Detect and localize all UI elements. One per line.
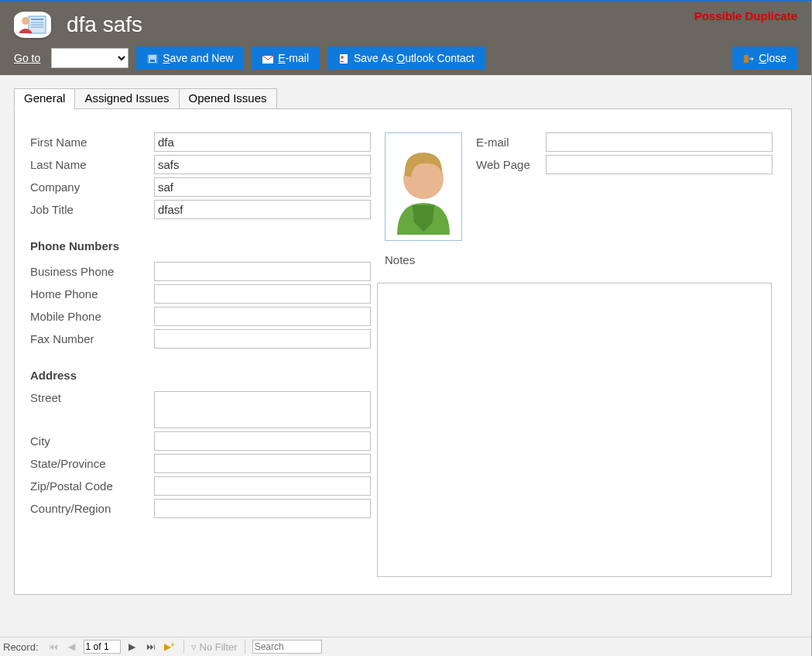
contact-card-icon <box>14 12 51 38</box>
address-section-header: Address <box>30 369 371 382</box>
duplicate-warning: Possible Duplicate <box>694 9 797 22</box>
save-as-outlook-button[interactable]: Save As Outlook Contact <box>327 46 485 70</box>
fax-field[interactable] <box>154 329 371 349</box>
label-webpage: Web Page <box>476 158 546 171</box>
label-last-name: Last Name <box>30 158 154 171</box>
door-close-icon <box>743 53 754 63</box>
state-field[interactable] <box>154 454 371 473</box>
phone-section-header: Phone Numbers <box>30 239 371 252</box>
new-record-button[interactable]: ▶* <box>163 640 176 654</box>
goto-select[interactable] <box>51 48 128 68</box>
svg-rect-12 <box>744 55 749 63</box>
tab-general[interactable]: General <box>14 88 75 109</box>
contact-photo[interactable] <box>385 132 462 241</box>
next-record-button[interactable]: ▶ <box>125 640 139 654</box>
header: dfa safs Possible Duplicate Go to Save a… <box>0 2 811 75</box>
tab-strip: General Assigned Issues Opened Issues <box>14 88 811 109</box>
label-job-title: Job Title <box>30 203 154 216</box>
label-business-phone: Business Phone <box>30 265 154 278</box>
goto-label: Go to <box>14 52 43 64</box>
record-navigator: Record: ⏮ ◀ ▶ ⏭ ▶* ▿ No Filter <box>0 637 811 656</box>
record-position-field[interactable] <box>84 640 121 654</box>
contact-title: dfa safs <box>67 12 142 37</box>
record-label: Record: <box>3 641 42 653</box>
business-phone-field[interactable] <box>154 262 371 281</box>
label-city: City <box>30 434 154 448</box>
svg-point-11 <box>341 56 344 59</box>
label-fax: Fax Number <box>30 332 154 345</box>
email-field[interactable] <box>546 132 773 152</box>
svg-rect-8 <box>150 60 155 62</box>
label-first-name: First Name <box>30 136 154 149</box>
label-state: State/Province <box>30 457 154 470</box>
city-field[interactable] <box>154 431 371 451</box>
label-street: Street <box>30 391 154 404</box>
content-area: General Assigned Issues Opened Issues Fi… <box>0 75 811 637</box>
notes-field[interactable] <box>377 283 772 577</box>
webpage-field[interactable] <box>546 155 773 174</box>
label-zip: Zip/Postal Code <box>30 479 154 493</box>
label-company: Company <box>30 180 154 194</box>
svg-rect-10 <box>340 54 348 64</box>
prev-record-button[interactable]: ◀ <box>65 640 79 654</box>
mobile-phone-field[interactable] <box>154 307 371 326</box>
label-mobile-phone: Mobile Phone <box>30 310 154 323</box>
svg-point-5 <box>22 17 29 25</box>
label-country: Country/Region <box>30 502 154 515</box>
record-search-field[interactable] <box>252 640 322 654</box>
country-field[interactable] <box>154 499 371 518</box>
street-field[interactable] <box>154 391 371 428</box>
email-button[interactable]: E-mail <box>252 46 320 70</box>
no-filter-indicator[interactable]: ▿ No Filter <box>191 641 238 653</box>
job-title-field[interactable] <box>154 200 371 219</box>
save-icon <box>147 53 158 63</box>
notes-label: Notes <box>385 253 462 266</box>
zip-field[interactable] <box>154 476 371 496</box>
first-record-button[interactable]: ⏮ <box>46 640 60 654</box>
toolbar: Go to Save and New E-mail Save As Outloo… <box>14 46 811 70</box>
label-home-phone: Home Phone <box>30 287 154 301</box>
first-name-field[interactable] <box>154 132 371 152</box>
home-phone-field[interactable] <box>154 284 371 304</box>
label-email: E-mail <box>476 136 546 149</box>
close-button[interactable]: Close <box>732 46 797 70</box>
filter-icon: ▿ <box>191 641 197 653</box>
general-panel: First Name Last Name Company Job Title P… <box>14 108 792 595</box>
tab-assigned-issues[interactable]: Assigned Issues <box>74 88 179 109</box>
tab-opened-issues[interactable]: Opened Issues <box>179 88 277 109</box>
mail-icon <box>262 53 273 63</box>
last-name-field[interactable] <box>154 155 371 174</box>
company-field[interactable] <box>154 177 371 197</box>
last-record-button[interactable]: ⏭ <box>144 640 158 654</box>
save-and-new-button[interactable]: Save and New <box>136 46 244 70</box>
outlook-icon <box>338 53 349 63</box>
